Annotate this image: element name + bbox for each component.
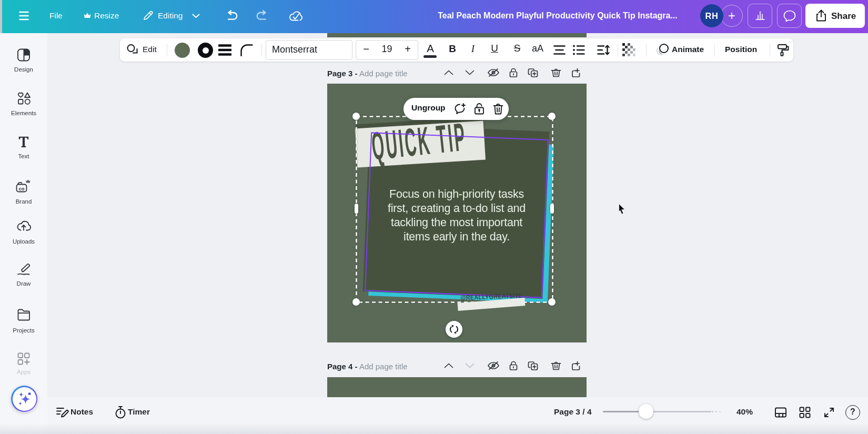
svg-text:co: co <box>18 186 24 191</box>
